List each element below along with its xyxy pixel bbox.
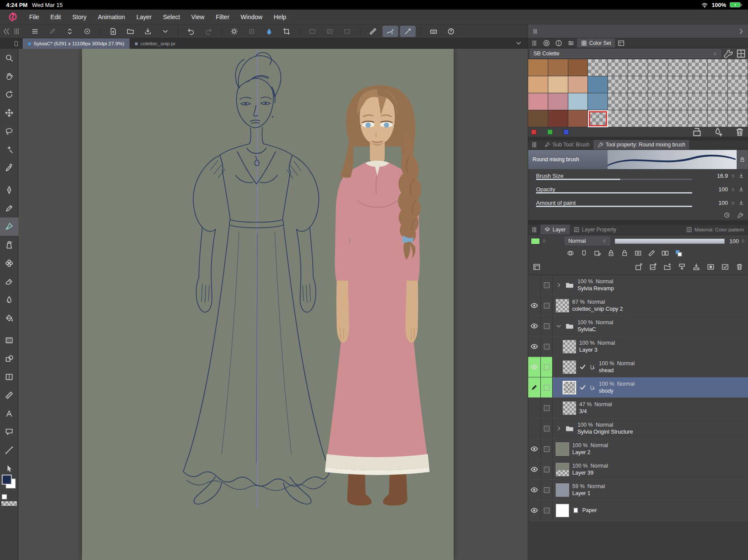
layer-visibility-cell[interactable] <box>528 480 541 500</box>
enable-mask-button[interactable] <box>634 249 642 257</box>
layer-checkbox[interactable] <box>544 508 550 513</box>
color-swatch[interactable] <box>588 110 608 127</box>
main-menu-button[interactable] <box>27 26 43 37</box>
panel-grip-icon[interactable] <box>529 226 539 234</box>
menu-window[interactable]: Window <box>235 10 268 24</box>
layer-color-button[interactable] <box>675 249 683 257</box>
draw-on-mask-button[interactable] <box>594 249 601 257</box>
layer-checkbox[interactable] <box>544 426 550 431</box>
color-swatch[interactable] <box>568 76 588 93</box>
layer-opacity-slider[interactable] <box>615 238 725 244</box>
layer-row-3-4[interactable]: 47 % Normal3/4 <box>528 398 748 418</box>
color-set-options-button[interactable] <box>736 49 746 58</box>
snap-to-special-ruler-button[interactable] <box>383 26 398 37</box>
layer-visibility-cell[interactable] <box>528 398 541 418</box>
transfer-to-layer-button[interactable] <box>678 263 686 271</box>
color-swatch[interactable] <box>628 93 648 110</box>
layer-visibility-cell[interactable] <box>528 295 541 316</box>
clip-to-layer-below-button[interactable] <box>580 249 588 257</box>
lock-layer-button[interactable] <box>621 249 628 257</box>
layer-row-sylvia-revamp[interactable]: 100 % NormalSylvia Revamp <box>528 275 748 295</box>
color-swatch[interactable] <box>628 110 648 127</box>
collapse-toolbar-icon[interactable] <box>2 26 10 37</box>
color-swatch[interactable] <box>628 59 648 76</box>
lock-settings-button[interactable] <box>737 150 748 169</box>
color-swatch[interactable] <box>588 59 608 76</box>
blend-through-button[interactable] <box>567 249 574 257</box>
layer-checkbox[interactable] <box>544 323 550 329</box>
delete-color-button[interactable] <box>734 128 745 136</box>
setting-slider[interactable] <box>536 179 692 180</box>
layer-visibility-cell[interactable] <box>528 357 541 377</box>
save-button[interactable] <box>140 26 156 37</box>
transparent-color-swatch[interactable] <box>2 494 7 499</box>
decoration-tool[interactable] <box>0 254 18 272</box>
color-swatch[interactable] <box>548 76 568 93</box>
new-vector-layer-button[interactable] <box>649 263 657 271</box>
auto-action-button[interactable] <box>79 26 95 37</box>
layer-visibility-cell[interactable] <box>528 439 541 459</box>
crop-button[interactable] <box>279 26 294 37</box>
snap-to-guide-button[interactable] <box>400 26 416 37</box>
ruler-snap-button[interactable] <box>648 249 656 257</box>
color-swatch[interactable] <box>688 110 708 127</box>
color-swatch[interactable] <box>648 59 668 76</box>
open-file-button[interactable] <box>123 26 138 37</box>
color-swatch[interactable] <box>548 59 568 76</box>
tab-sub-tool[interactable]: Sub Tool: Brush <box>540 140 594 149</box>
color-swatch[interactable] <box>628 76 648 93</box>
save-options-button[interactable] <box>157 26 173 37</box>
layer-select-cell[interactable] <box>541 439 553 459</box>
eraser-tool[interactable] <box>0 272 18 291</box>
color-swatch[interactable] <box>728 93 748 110</box>
color-slider-tab-icon[interactable] <box>566 39 576 47</box>
layer-visibility-cell[interactable] <box>528 500 541 520</box>
draw-target-button[interactable] <box>661 249 669 257</box>
layer-row-layer-1[interactable]: 59 % NormalLayer 1 <box>528 480 748 500</box>
color-swatch[interactable] <box>528 93 548 110</box>
layer-select-cell[interactable] <box>541 316 553 336</box>
palette-color-chip[interactable] <box>531 238 540 244</box>
clip-studio-logo-icon[interactable] <box>7 12 17 22</box>
color-swatch[interactable] <box>588 93 608 110</box>
tab-color-set[interactable]: Color Set <box>577 38 615 48</box>
selection-tool[interactable] <box>0 122 18 140</box>
document-tab-2[interactable]: colettec_snip.pr <box>130 38 181 49</box>
layer-row-layer-39[interactable]: 100 % NormalLayer 39 <box>528 459 748 480</box>
figure-tool[interactable] <box>0 350 18 368</box>
color-swatch[interactable] <box>528 59 548 76</box>
layer-checkbox[interactable] <box>544 364 550 370</box>
keyboard-button[interactable] <box>426 26 441 37</box>
quick-color-chip-3[interactable] <box>564 129 569 135</box>
color-swatch[interactable] <box>608 93 628 110</box>
document-tab-1[interactable]: SylviaC* (5291 x 11108px 300dpi 27.9%) <box>23 38 130 49</box>
color-swatch[interactable] <box>568 59 588 76</box>
color-swatch[interactable] <box>568 110 588 127</box>
main-color-swatch[interactable] <box>2 475 12 485</box>
text-tool[interactable] <box>0 404 18 423</box>
layer-row-sbody[interactable]: 100 % Normalsbody <box>528 377 748 398</box>
menu-filter[interactable]: Filter <box>210 10 235 24</box>
rotate-canvas-tool[interactable] <box>0 85 18 104</box>
switch-workspace-button[interactable] <box>62 26 78 37</box>
tab-tool-property[interactable]: Tool property: Round mixing brush <box>594 140 690 149</box>
layer-row-shead[interactable]: 100 % Normalshead <box>528 357 748 377</box>
layer-row-colettec-snip-copy-2[interactable]: 67 % Normalcolettec_snip Copy 2 <box>528 295 748 316</box>
quick-color-chip-1[interactable] <box>531 129 536 135</box>
color-history-tab-icon[interactable] <box>616 39 626 47</box>
help-button[interactable] <box>443 26 459 37</box>
snap-to-ruler-button[interactable] <box>365 26 381 37</box>
layer-select-cell[interactable] <box>541 275 553 295</box>
color-swatch[interactable] <box>668 59 688 76</box>
zoom-tool[interactable] <box>0 49 18 67</box>
panel-grip-icon[interactable] <box>529 141 539 149</box>
color-swatch[interactable] <box>708 93 728 110</box>
layer-list-view-button[interactable] <box>533 263 541 271</box>
pencil-tool[interactable] <box>0 199 18 217</box>
merge-down-button[interactable] <box>692 263 700 271</box>
layer-select-cell[interactable] <box>541 459 553 479</box>
pen-tool[interactable] <box>0 181 18 199</box>
brush-tool[interactable] <box>0 217 18 236</box>
menu-layer[interactable]: Layer <box>131 10 157 24</box>
setting-brush-size[interactable]: Brush Size16.9 <box>528 169 748 183</box>
